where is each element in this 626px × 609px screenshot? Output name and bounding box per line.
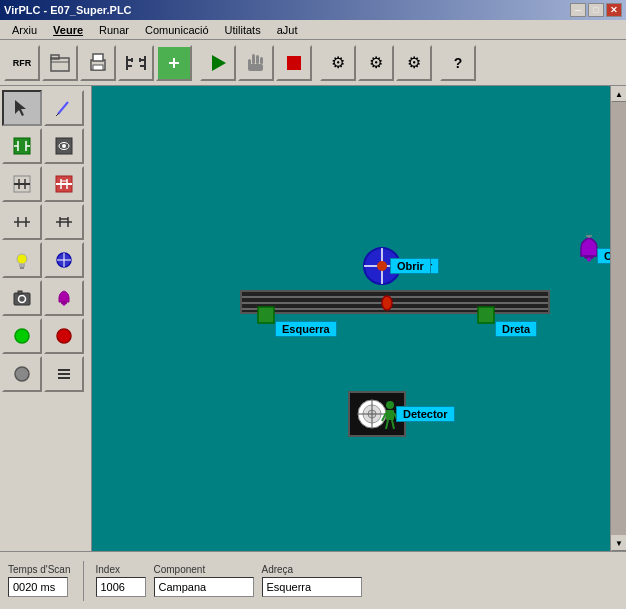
menu-runar[interactable]: Runar bbox=[91, 22, 137, 38]
toolbar-gear2[interactable]: ⚙ bbox=[358, 45, 394, 81]
svg-rect-78 bbox=[478, 307, 494, 323]
toolbar-ladder[interactable] bbox=[118, 45, 154, 81]
lt-row-1 bbox=[2, 128, 89, 164]
svg-rect-85 bbox=[386, 410, 394, 420]
lt-row-5 bbox=[2, 280, 89, 316]
status-bar: Temps d'Scan Index Component Adreça bbox=[0, 551, 626, 609]
svg-point-34 bbox=[62, 144, 66, 148]
tool-pcontact[interactable] bbox=[44, 204, 84, 240]
scan-value[interactable] bbox=[8, 577, 68, 597]
component-value[interactable] bbox=[154, 577, 254, 597]
lt-row-4 bbox=[2, 242, 89, 278]
svg-point-62 bbox=[15, 329, 29, 343]
tool-pencil[interactable] bbox=[44, 90, 84, 126]
toolbar: RFR ⚙ ⚙ ⚙ bbox=[0, 40, 626, 86]
label-esquerra: Esquerra bbox=[275, 321, 337, 337]
svg-rect-77 bbox=[258, 307, 274, 323]
minimize-button[interactable]: ─ bbox=[570, 3, 586, 17]
lt-row-7 bbox=[2, 356, 89, 392]
conveyor-sensor bbox=[380, 294, 394, 314]
label-detector: Detector bbox=[396, 406, 455, 422]
tool-dot-gray[interactable] bbox=[2, 356, 42, 392]
toolbar-gear1[interactable]: ⚙ bbox=[320, 45, 356, 81]
svg-line-89 bbox=[392, 420, 394, 429]
canvas-area[interactable]: Campana Tancar Obrir bbox=[92, 86, 610, 551]
tool-ncontact[interactable] bbox=[2, 204, 42, 240]
menu-ajut[interactable]: aJut bbox=[269, 22, 306, 38]
sensor-right[interactable] bbox=[477, 306, 495, 326]
svg-line-25 bbox=[58, 102, 68, 114]
sensor-left[interactable] bbox=[257, 306, 275, 326]
tool-lines[interactable] bbox=[44, 356, 84, 392]
title-text: VirPLC - E07_Super.PLC bbox=[4, 4, 132, 16]
tool-bell[interactable] bbox=[44, 280, 84, 316]
left-toolbar bbox=[0, 86, 92, 551]
toolbar-help[interactable]: ? bbox=[440, 45, 476, 81]
conveyor-track bbox=[240, 290, 550, 314]
scroll-down-button[interactable]: ▼ bbox=[611, 535, 626, 551]
tool-circle-blue[interactable] bbox=[44, 242, 84, 278]
svg-rect-23 bbox=[287, 56, 301, 70]
toolbar-run[interactable] bbox=[200, 45, 236, 81]
svg-rect-20 bbox=[260, 57, 263, 64]
label-campana: Campana bbox=[597, 248, 610, 264]
right-scrollbar: ▲ ▼ bbox=[610, 86, 626, 551]
lt-row-2 bbox=[2, 166, 89, 202]
index-label: Index bbox=[96, 564, 146, 575]
component-group: Component bbox=[154, 564, 254, 597]
svg-rect-18 bbox=[252, 54, 255, 64]
menu-comunicacio[interactable]: Comunicació bbox=[137, 22, 217, 38]
menu-bar: Arxiu Veure Runar Comunicació Utilitats … bbox=[0, 20, 626, 40]
menu-arxiu[interactable]: Arxiu bbox=[4, 22, 45, 38]
address-value[interactable] bbox=[262, 577, 362, 597]
svg-rect-59 bbox=[18, 291, 22, 294]
scan-label: Temps d'Scan bbox=[8, 564, 71, 575]
toolbar-stop[interactable] bbox=[276, 45, 312, 81]
svg-point-75 bbox=[377, 261, 387, 271]
divider-1 bbox=[83, 561, 84, 601]
toolbar-green[interactable] bbox=[156, 45, 192, 81]
toolbar-hand[interactable] bbox=[238, 45, 274, 81]
scan-group: Temps d'Scan bbox=[8, 564, 71, 597]
title-buttons: ─ □ ✕ bbox=[570, 3, 622, 17]
svg-marker-17 bbox=[212, 55, 226, 71]
toolbar-open[interactable] bbox=[42, 45, 78, 81]
svg-point-63 bbox=[57, 329, 71, 343]
close-button[interactable]: ✕ bbox=[606, 3, 622, 17]
svg-rect-0 bbox=[51, 58, 69, 71]
svg-point-76 bbox=[382, 296, 392, 310]
svg-point-51 bbox=[17, 254, 27, 264]
main-container: Campana Tancar Obrir bbox=[0, 86, 626, 551]
svg-point-61 bbox=[63, 303, 65, 305]
index-value[interactable] bbox=[96, 577, 146, 597]
scroll-up-button[interactable]: ▲ bbox=[611, 86, 626, 102]
toolbar-gear3[interactable]: ⚙ bbox=[396, 45, 432, 81]
lt-row-6 bbox=[2, 318, 89, 354]
maximize-button[interactable]: □ bbox=[588, 3, 604, 17]
title-bar: VirPLC - E07_Super.PLC ─ □ ✕ bbox=[0, 0, 626, 20]
tool-camera[interactable] bbox=[2, 280, 42, 316]
tool-hline[interactable] bbox=[2, 166, 42, 202]
scroll-track[interactable] bbox=[611, 102, 626, 535]
svg-point-64 bbox=[15, 367, 29, 381]
lt-row-0 bbox=[2, 90, 89, 126]
tool-dot-green[interactable] bbox=[2, 318, 42, 354]
menu-utilitats[interactable]: Utilitats bbox=[217, 22, 269, 38]
toolbar-print[interactable] bbox=[80, 45, 116, 81]
address-label: Adreça bbox=[262, 564, 362, 575]
tool-rung[interactable] bbox=[44, 166, 84, 202]
menu-veure[interactable]: Veure bbox=[45, 22, 91, 38]
tool-eye[interactable] bbox=[44, 128, 84, 164]
address-group: Adreça bbox=[262, 564, 362, 597]
svg-rect-1 bbox=[51, 55, 59, 59]
svg-rect-5 bbox=[93, 65, 103, 70]
tool-lamp[interactable] bbox=[2, 242, 42, 278]
tool-contact-no[interactable] bbox=[2, 128, 42, 164]
svg-point-84 bbox=[386, 401, 394, 409]
svg-rect-53 bbox=[20, 267, 24, 269]
toolbar-rfr[interactable]: RFR bbox=[4, 45, 40, 81]
tool-dot-red[interactable] bbox=[44, 318, 84, 354]
index-group: Index bbox=[96, 564, 146, 597]
svg-point-69 bbox=[587, 258, 591, 262]
tool-cursor[interactable] bbox=[2, 90, 42, 126]
